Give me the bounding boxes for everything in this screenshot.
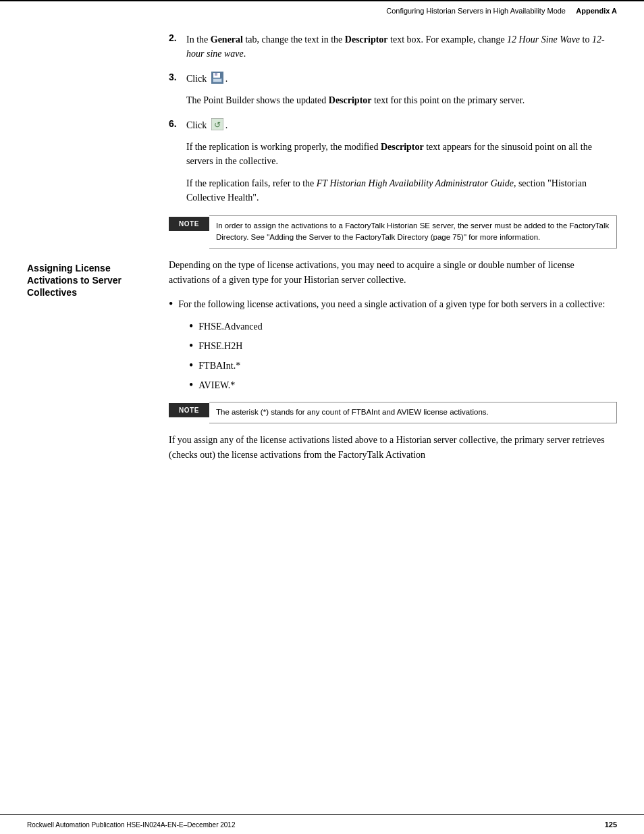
step-3-header: 3. Click . [169, 72, 617, 88]
bullet-main-item: • For the following license activations,… [169, 297, 617, 311]
bullet-list-sub: • FHSE.Advanced • FHSE.H2H • FTBAInt.* •… [189, 319, 617, 392]
bullet-sub-item-3: • FTBAInt.* [189, 359, 617, 373]
footer-left: Rockwell Automation Publication HSE-IN02… [27, 821, 235, 829]
note-2-label: NOTE [169, 403, 209, 417]
bullet-sub-text-1: FHSE.Advanced [198, 319, 263, 334]
sidebar: Assigning License Activations to Server … [27, 32, 162, 472]
bullet-sub-text-2: FHSE.H2H [198, 339, 242, 353]
bullet-main-text: For the following license activations, y… [178, 297, 605, 311]
svg-rect-2 [215, 73, 217, 76]
svg-rect-4 [213, 79, 221, 82]
bullet-sub-item-4: • AVIEW.* [189, 378, 617, 392]
main-content: 2. In the General tab, change the text i… [162, 32, 617, 472]
closing-paragraph: If you assign any of the license activat… [169, 433, 617, 463]
page-footer: Rockwell Automation Publication HSE-IN02… [0, 814, 644, 834]
note-box-2: NOTE The asterisk (*) stands for any cou… [169, 402, 617, 423]
step-6-number: 6. [169, 118, 182, 129]
svg-text:↺: ↺ [214, 120, 221, 130]
step-3-number: 3. [169, 72, 182, 82]
bullet-dot-main: • [169, 298, 173, 310]
step-6-indent-1: If the replication is working properly, … [186, 140, 617, 168]
step-2-number: 2. [169, 32, 182, 43]
sidebar-section-title: Assigning License Activations to Server … [27, 262, 149, 299]
header-text: Configuring Historian Servers in High Av… [386, 7, 617, 15]
note-1-label: NOTE [169, 217, 209, 231]
bullet-sub-text-3: FTBAInt.* [198, 359, 240, 373]
step-6: 6. Click ↺ . If the replication is worki… [169, 118, 617, 205]
step-6-indent-2: If the replication fails, refer to the F… [186, 176, 617, 205]
step-6-header: 6. Click ↺ . [169, 118, 617, 134]
bullet-sub-text-4: AVIEW.* [198, 378, 235, 392]
header-appendix: Appendix A [576, 7, 617, 15]
header-title: Configuring Historian Servers in High Av… [386, 7, 566, 15]
step-2: 2. In the General tab, change the text i… [169, 32, 617, 61]
step-2-text: In the General tab, change the text in t… [186, 32, 617, 61]
note-box-1: NOTE In order to assign the activations … [169, 215, 617, 249]
step-2-header: 2. In the General tab, change the text i… [169, 32, 617, 61]
note-2-content: The asterisk (*) stands for any count of… [209, 402, 617, 423]
bullet-sub-item-1: • FHSE.Advanced [189, 319, 617, 334]
bullet-sub-item-2: • FHSE.H2H [189, 339, 617, 353]
step-3-text: Click . [186, 72, 227, 88]
step-6-text: Click ↺ . [186, 118, 227, 134]
page: Configuring Historian Servers in High Av… [0, 0, 644, 834]
footer-page-number: 125 [605, 820, 617, 829]
step-3-indent: The Point Builder shows the updated Desc… [186, 93, 617, 107]
bullet-list-outer: • For the following license activations,… [169, 297, 617, 311]
intro-paragraph: Depending on the type of license activat… [169, 258, 617, 288]
bullet-dot-sub-3: • [189, 359, 193, 371]
page-header: Configuring Historian Servers in High Av… [0, 0, 644, 19]
step-3: 3. Click . [169, 72, 617, 107]
bullet-dot-sub-1: • [189, 320, 193, 332]
bullet-dot-sub-4: • [189, 379, 193, 391]
bullet-dot-sub-2: • [189, 340, 193, 352]
note-1-content: In order to assign the activations to a … [209, 215, 617, 249]
save-icon [211, 72, 223, 88]
content-area: Assigning License Activations to Server … [0, 26, 644, 499]
refresh-icon: ↺ [211, 118, 223, 134]
